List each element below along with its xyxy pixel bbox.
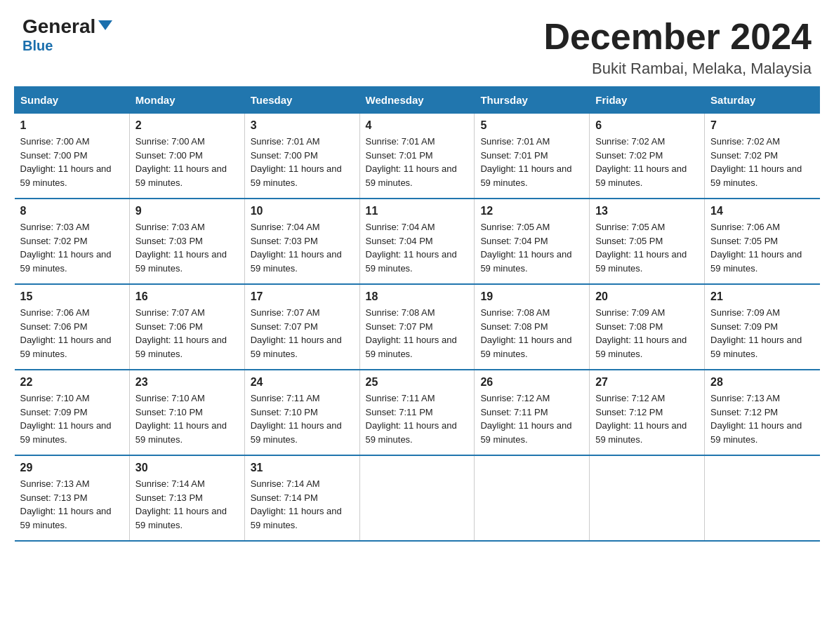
calendar-cell: 31 Sunrise: 7:14 AM Sunset: 7:14 PM Dayl… [244,455,359,541]
sunrise-label: Sunrise: 7:07 AM [135,307,205,318]
day-number: 1 [20,119,124,132]
sunset-label: Sunset: 7:06 PM [20,321,88,332]
day-info: Sunrise: 7:09 AM Sunset: 7:09 PM Dayligh… [710,306,814,361]
daylight-label: Daylight: 11 hours and 59 minutes. [366,420,457,445]
sunrise-label: Sunrise: 7:05 AM [595,222,665,232]
sunset-label: Sunset: 7:03 PM [251,236,318,246]
calendar-cell: 25 Sunrise: 7:11 AM Sunset: 7:11 PM Dayl… [359,370,475,455]
calendar-cell: 21 Sunrise: 7:09 AM Sunset: 7:09 PM Dayl… [705,284,820,370]
month-title: December 2024 [543,17,812,57]
sunrise-label: Sunrise: 7:13 AM [20,478,90,489]
daylight-label: Daylight: 11 hours and 59 minutes. [710,249,802,274]
sunrise-label: Sunrise: 7:04 AM [251,222,320,232]
day-info: Sunrise: 7:07 AM Sunset: 7:07 PM Dayligh… [251,306,354,361]
day-info: Sunrise: 7:10 AM Sunset: 7:10 PM Dayligh… [135,391,239,446]
sunrise-label: Sunrise: 7:00 AM [135,136,205,147]
calendar-cell: 17 Sunrise: 7:07 AM Sunset: 7:07 PM Dayl… [244,284,359,370]
daylight-label: Daylight: 11 hours and 59 minutes. [135,420,227,445]
day-number: 21 [710,290,814,303]
sunset-label: Sunset: 7:11 PM [366,407,433,417]
col-friday: Friday [590,87,705,114]
calendar-cell: 29 Sunrise: 7:13 AM Sunset: 7:13 PM Dayl… [15,455,130,541]
sunrise-label: Sunrise: 7:10 AM [20,393,90,403]
calendar-header-row: Sunday Monday Tuesday Wednesday Thursday… [15,87,820,114]
calendar-cell: 10 Sunrise: 7:04 AM Sunset: 7:03 PM Dayl… [244,199,359,284]
sunset-label: Sunset: 7:06 PM [135,321,203,332]
day-number: 9 [135,205,239,217]
title-area: December 2024 Bukit Rambai, Melaka, Mala… [543,17,812,78]
daylight-label: Daylight: 11 hours and 59 minutes. [710,335,802,359]
daylight-label: Daylight: 11 hours and 59 minutes. [480,335,571,359]
daylight-label: Daylight: 11 hours and 59 minutes. [366,163,457,188]
logo-triangle-icon [98,20,112,30]
day-number: 12 [480,205,583,217]
calendar-cell: 1 Sunrise: 7:00 AM Sunset: 7:00 PM Dayli… [15,114,130,199]
day-info: Sunrise: 7:09 AM Sunset: 7:08 PM Dayligh… [595,306,699,361]
calendar-cell: 3 Sunrise: 7:01 AM Sunset: 7:00 PM Dayli… [244,114,359,199]
daylight-label: Daylight: 11 hours and 59 minutes. [135,335,227,359]
calendar-cell: 22 Sunrise: 7:10 AM Sunset: 7:09 PM Dayl… [15,370,130,455]
day-info: Sunrise: 7:10 AM Sunset: 7:09 PM Dayligh… [20,391,124,446]
calendar-cell: 7 Sunrise: 7:02 AM Sunset: 7:02 PM Dayli… [705,114,820,199]
calendar-cell: 27 Sunrise: 7:12 AM Sunset: 7:12 PM Dayl… [590,370,705,455]
sunset-label: Sunset: 7:12 PM [595,407,663,417]
sunset-label: Sunset: 7:12 PM [710,407,778,417]
day-info: Sunrise: 7:04 AM Sunset: 7:04 PM Dayligh… [366,220,469,275]
daylight-label: Daylight: 11 hours and 59 minutes. [135,249,227,274]
sunset-label: Sunset: 7:00 PM [135,150,203,161]
sunset-label: Sunset: 7:02 PM [595,150,663,161]
sunrise-label: Sunrise: 7:06 AM [710,222,780,232]
daylight-label: Daylight: 11 hours and 59 minutes. [595,420,687,445]
day-number: 6 [595,119,699,132]
calendar-body: 1 Sunrise: 7:00 AM Sunset: 7:00 PM Dayli… [15,114,820,542]
day-info: Sunrise: 7:02 AM Sunset: 7:02 PM Dayligh… [710,135,814,189]
logo: General Blue [22,17,112,54]
day-info: Sunrise: 7:14 AM Sunset: 7:14 PM Dayligh… [251,477,354,532]
sunrise-label: Sunrise: 7:03 AM [20,222,90,232]
calendar-cell [590,455,705,541]
daylight-label: Daylight: 11 hours and 59 minutes. [20,506,112,530]
logo-blue: Blue [22,38,53,54]
day-info: Sunrise: 7:05 AM Sunset: 7:04 PM Dayligh… [480,220,583,275]
sunset-label: Sunset: 7:07 PM [251,321,318,332]
day-info: Sunrise: 7:04 AM Sunset: 7:03 PM Dayligh… [251,220,354,275]
sunrise-label: Sunrise: 7:04 AM [366,222,435,232]
sunset-label: Sunset: 7:05 PM [710,236,778,246]
daylight-label: Daylight: 11 hours and 59 minutes. [710,420,802,445]
sunset-label: Sunset: 7:08 PM [595,321,663,332]
sunrise-label: Sunrise: 7:03 AM [135,222,205,232]
calendar-cell: 15 Sunrise: 7:06 AM Sunset: 7:06 PM Dayl… [15,284,130,370]
sunset-label: Sunset: 7:10 PM [251,407,318,417]
day-number: 28 [710,376,814,389]
sunset-label: Sunset: 7:14 PM [251,492,318,503]
sunset-label: Sunset: 7:11 PM [480,407,548,417]
calendar-container: Sunday Monday Tuesday Wednesday Thursday… [0,86,834,556]
daylight-label: Daylight: 11 hours and 59 minutes. [20,335,112,359]
calendar-cell: 4 Sunrise: 7:01 AM Sunset: 7:01 PM Dayli… [359,114,475,199]
sunrise-label: Sunrise: 7:07 AM [251,307,320,318]
calendar-cell: 6 Sunrise: 7:02 AM Sunset: 7:02 PM Dayli… [590,114,705,199]
col-saturday: Saturday [705,87,820,114]
col-monday: Monday [129,87,244,114]
sunrise-label: Sunrise: 7:05 AM [480,222,550,232]
calendar-cell: 16 Sunrise: 7:07 AM Sunset: 7:06 PM Dayl… [129,284,244,370]
daylight-label: Daylight: 11 hours and 59 minutes. [251,506,342,530]
sunrise-label: Sunrise: 7:00 AM [20,136,90,147]
week-row-2: 8 Sunrise: 7:03 AM Sunset: 7:02 PM Dayli… [15,199,820,284]
day-info: Sunrise: 7:06 AM Sunset: 7:05 PM Dayligh… [710,220,814,275]
col-sunday: Sunday [15,87,130,114]
calendar-cell: 2 Sunrise: 7:00 AM Sunset: 7:00 PM Dayli… [129,114,244,199]
col-tuesday: Tuesday [244,87,359,114]
day-number: 4 [366,119,469,132]
col-thursday: Thursday [475,87,590,114]
daylight-label: Daylight: 11 hours and 59 minutes. [251,163,342,188]
daylight-label: Daylight: 11 hours and 59 minutes. [135,163,227,188]
calendar-cell: 20 Sunrise: 7:09 AM Sunset: 7:08 PM Dayl… [590,284,705,370]
sunrise-label: Sunrise: 7:12 AM [480,393,550,403]
calendar-cell [475,455,590,541]
calendar-table: Sunday Monday Tuesday Wednesday Thursday… [14,86,820,542]
day-info: Sunrise: 7:03 AM Sunset: 7:02 PM Dayligh… [20,220,124,275]
day-number: 29 [20,462,124,474]
day-info: Sunrise: 7:01 AM Sunset: 7:00 PM Dayligh… [251,135,354,189]
calendar-cell: 28 Sunrise: 7:13 AM Sunset: 7:12 PM Dayl… [705,370,820,455]
